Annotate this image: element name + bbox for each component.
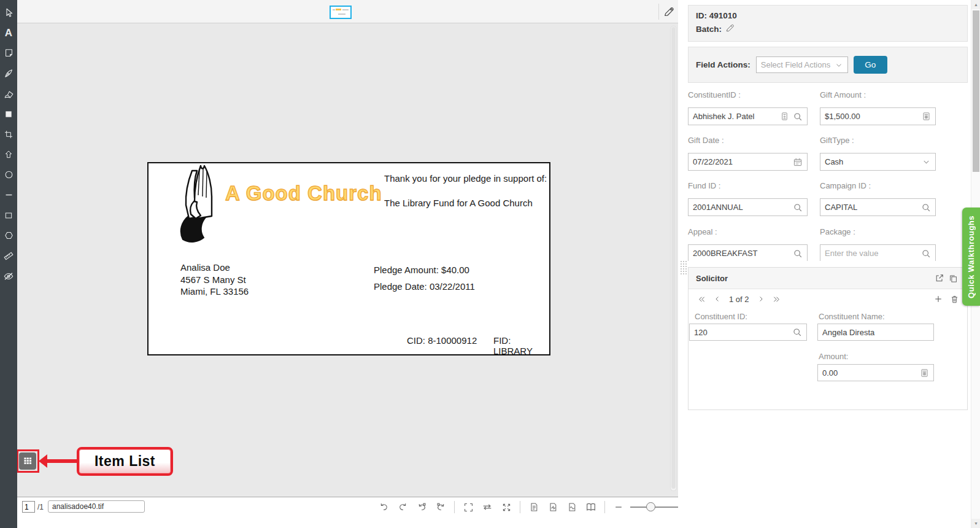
batch-label: Batch:: [696, 25, 722, 34]
pledge-amount-line: Pledge Amount: $40.00: [374, 265, 469, 275]
zoom-out-icon[interactable]: [611, 500, 626, 514]
praying-hands-image: [173, 163, 230, 243]
eye-off-icon[interactable]: [0, 266, 17, 286]
zoom-slider-knob[interactable]: [646, 502, 655, 511]
gift-amount-input[interactable]: [825, 112, 918, 121]
package-input[interactable]: [825, 249, 917, 258]
gift-type-select[interactable]: Cash: [820, 153, 936, 171]
solicitor-constituent-name-input[interactable]: [822, 328, 929, 337]
solicitor-amount-input[interactable]: [822, 368, 916, 378]
campaign-id-field-label: Campaign ID :: [820, 181, 871, 190]
copy-icon[interactable]: [946, 271, 960, 285]
thumbnail-line: [333, 9, 335, 10]
scrollbar-down-arrow[interactable]: ▼: [971, 519, 980, 528]
open-in-window-icon[interactable]: [933, 271, 946, 285]
filename-input[interactable]: [48, 500, 145, 513]
thumbnail-gold-bar: [336, 9, 341, 10]
campaign-id-field[interactable]: [820, 198, 936, 216]
appeal-input[interactable]: [693, 249, 789, 258]
record-id-label: ID: 491010: [696, 11, 960, 20]
ruler-icon[interactable]: [0, 246, 17, 266]
gift-date-field[interactable]: [688, 153, 808, 171]
scrollbar-up-arrow[interactable]: ▲: [971, 0, 980, 9]
batch-edit-pencil-icon[interactable]: [725, 23, 735, 35]
document-pulse-icon[interactable]: [546, 500, 560, 514]
note-icon[interactable]: [0, 43, 17, 63]
app-window: A: [0, 0, 980, 528]
fund-id-field[interactable]: [688, 198, 808, 216]
constituent-id-input[interactable]: [693, 112, 776, 121]
line-icon[interactable]: [0, 185, 17, 205]
search-icon: [792, 327, 802, 337]
rectangle-icon[interactable]: [0, 205, 17, 225]
gift-date-input[interactable]: [693, 157, 789, 166]
field-actions-placeholder: Select Field Actions: [761, 60, 830, 69]
solicitor-title: Solicitor: [696, 274, 933, 283]
solicitor-constituent-id-input[interactable]: [694, 328, 789, 337]
last-record-icon[interactable]: [770, 292, 784, 306]
constituent-id-field[interactable]: [688, 107, 808, 125]
search-icon: [793, 249, 803, 258]
thumbnail-line: [342, 9, 349, 10]
fit-page-icon[interactable]: [461, 500, 476, 514]
next-record-icon[interactable]: [754, 292, 768, 306]
viewer-vertical-scrollbar[interactable]: [670, 26, 677, 491]
solicitor-amount-field[interactable]: [817, 364, 934, 381]
redo-icon[interactable]: [395, 500, 410, 514]
field-actions-section: Field Actions: Select Field Actions Go: [688, 47, 968, 83]
hexagon-icon[interactable]: [0, 225, 17, 246]
zoom-slider-track[interactable]: [630, 507, 684, 508]
document-wave-icon[interactable]: [565, 500, 579, 514]
arrow-up-icon[interactable]: [0, 144, 17, 165]
filled-square-icon[interactable]: [0, 104, 17, 124]
chevron-down-icon: [922, 157, 931, 166]
gift-date-field-label: Gift Date :: [688, 136, 724, 145]
fit-screen-icon[interactable]: [499, 500, 514, 514]
circle-icon[interactable]: [0, 165, 17, 185]
fid-line: FID: LIBRARY: [493, 335, 549, 356]
gift-amount-field[interactable]: [820, 107, 936, 125]
rotate-left-icon[interactable]: [414, 500, 429, 514]
undo-icon[interactable]: [376, 500, 391, 514]
panel-scrollbar-thumb[interactable]: [973, 10, 979, 172]
appeal-field[interactable]: [688, 244, 808, 261]
page-thumbnail-navigator[interactable]: [330, 6, 352, 19]
solicitor-constituent-id-field[interactable]: [689, 324, 807, 341]
zoom-slider[interactable]: [630, 500, 684, 514]
delete-record-icon[interactable]: [947, 292, 961, 306]
fit-width-icon[interactable]: [480, 500, 495, 514]
rotate-right-icon[interactable]: [433, 500, 448, 514]
first-record-icon[interactable]: [695, 292, 708, 306]
donor-address-block: Analisa Doe 4567 S Many St Miami, FL 331…: [180, 262, 249, 298]
document-text-icon[interactable]: [527, 500, 541, 514]
add-record-icon[interactable]: [932, 292, 945, 306]
fund-id-input[interactable]: [693, 203, 789, 212]
quick-walkthroughs-label: Quick Walkthroughs: [966, 215, 976, 298]
cursor-icon[interactable]: [0, 2, 17, 23]
solicitor-record-nav: 1 of 2: [689, 289, 967, 309]
solicitor-constituent-name-field[interactable]: [817, 324, 934, 341]
address-line: Analisa Doe: [180, 262, 249, 274]
field-actions-select[interactable]: Select Field Actions: [756, 56, 848, 73]
page-number-input[interactable]: [22, 501, 35, 513]
previous-record-icon[interactable]: [711, 292, 724, 306]
record-pager-text: 1 of 2: [729, 295, 749, 304]
text-tool-icon[interactable]: A: [0, 23, 17, 43]
quick-walkthroughs-tab[interactable]: Quick Walkthroughs: [962, 208, 980, 306]
gift-type-value: Cash: [825, 157, 843, 166]
item-list-callout: Item List: [77, 447, 173, 476]
edit-pencil-icon[interactable]: [662, 5, 676, 18]
pledge-date-line: Pledge Date: 03/22/2011: [374, 281, 475, 292]
highlighter-icon[interactable]: [0, 83, 17, 104]
viewer-top-bar: [17, 0, 678, 23]
go-button[interactable]: Go: [854, 56, 887, 74]
package-field[interactable]: [820, 244, 936, 261]
pen-icon[interactable]: [0, 63, 17, 83]
crop-icon[interactable]: [0, 124, 17, 144]
church-name-title: A Good Church: [225, 182, 382, 205]
two-page-view-icon[interactable]: [584, 500, 598, 514]
fund-line: The Library Fund for A Good Church: [384, 198, 533, 208]
document-viewer: A Good Church Thank you for your pledge …: [17, 0, 678, 516]
viewer-scrollbar-thumb[interactable]: [671, 27, 676, 489]
campaign-id-input[interactable]: [825, 203, 917, 212]
